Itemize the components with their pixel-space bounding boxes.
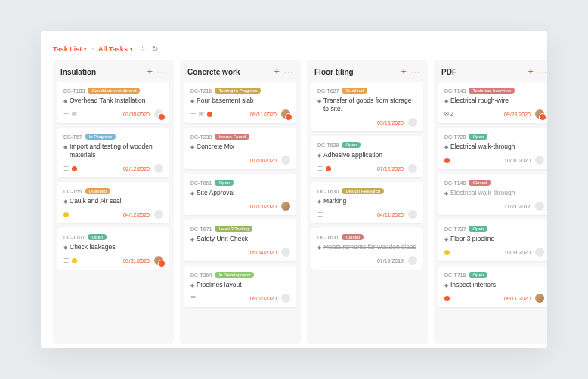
star-icon[interactable]: ☆ <box>139 45 146 53</box>
task-title: ◆ Import and testing of wooden materials <box>63 143 163 159</box>
assignee-avatar[interactable] <box>281 248 290 257</box>
column-header: Concrete work + ··· <box>180 60 301 82</box>
card-footer: 04/12/2020 <box>63 210 163 219</box>
avatar-wrap <box>406 256 417 265</box>
task-id: DC-T107 <box>63 235 85 240</box>
footer-left <box>444 296 450 301</box>
assignee-avatar[interactable] <box>281 156 290 165</box>
due-date: 09/02/2020 <box>250 296 277 301</box>
task-card[interactable]: DC-T107 Open ◆ Check leakages ☰ 03/31/20… <box>57 228 169 270</box>
task-card[interactable]: DC-T264 In Development ◆ Pipelines layou… <box>184 266 296 307</box>
assignee-avatar[interactable] <box>408 210 417 219</box>
column-body: DC-T216 Testing in Progress ◆ Pour basem… <box>180 82 301 344</box>
assignee-avatar[interactable] <box>154 164 163 173</box>
due-date: 03/31/2020 <box>123 258 150 263</box>
due-date: 07/19/2019 <box>377 258 404 263</box>
status-badge: In Progress <box>85 134 116 140</box>
column: Floor tiling + ··· DC-T627 Qualified ◆ T… <box>307 60 428 344</box>
card-header: DC-T216 Testing in Progress <box>190 88 290 94</box>
due-date: 10/09/2020 <box>504 250 531 255</box>
card-header: DC-T630 Design Research <box>317 188 417 194</box>
status-badge: Technical Interview <box>469 88 515 94</box>
avatar-wrap <box>533 156 544 165</box>
card-header: DC-T629 Open <box>317 142 417 148</box>
task-card[interactable]: DC-T216 Testing in Progress ◆ Pour basem… <box>184 82 296 123</box>
task-card[interactable]: DC-T629 Open ◆ Adhesive application ☰ 07… <box>311 136 423 177</box>
assignee-avatar[interactable] <box>535 202 544 211</box>
card-footer: 10/09/2020 <box>444 248 544 257</box>
task-card[interactable]: DC-T727 Open ◆ Floor 3 pipeline 10/09/20… <box>438 220 547 261</box>
column-menu-button[interactable]: ··· <box>411 67 420 76</box>
breadcrumb-list[interactable]: Task List ▾ <box>53 45 87 53</box>
task-card[interactable]: DC-T631 Closed ◆ Measurements for wooden… <box>311 228 423 270</box>
footer-right: 01/13/2020 <box>250 202 290 211</box>
card-header: DC-T239 Issues Found <box>190 134 290 140</box>
diamond-icon: ◆ <box>63 97 67 104</box>
priority-dot <box>207 112 212 117</box>
assignee-avatar[interactable] <box>408 118 417 127</box>
task-title: ◆ Electrical walk-through <box>444 189 544 197</box>
task-id: DC-T103 <box>63 88 85 94</box>
add-card-button[interactable]: + <box>401 66 407 77</box>
task-card[interactable]: DC-T239 Issues Found ◆ Concrete Mix 01/1… <box>184 128 296 169</box>
footer-right: 04/11/2020 <box>377 210 417 219</box>
assignee-avatar[interactable] <box>408 256 417 265</box>
footer-left: ✉ 2 <box>444 111 453 117</box>
card-footer: 11/21/2017 <box>444 202 544 211</box>
assignee-avatar[interactable] <box>535 248 544 257</box>
priority-dot <box>72 166 77 171</box>
task-card[interactable]: DC-T143 Technical Interview ◆ Electrical… <box>438 82 547 123</box>
column-actions: + ··· <box>528 66 547 77</box>
card-header: DC-T671 Level 3 Testing <box>190 226 290 232</box>
priority-dot <box>444 296 450 301</box>
alert-badge <box>539 113 546 121</box>
task-card[interactable]: DC-T630 Design Research ◆ Marking ☰ 04/1… <box>311 182 423 223</box>
assignee-avatar[interactable] <box>535 294 544 303</box>
task-id: DC-T140 <box>444 180 466 186</box>
column-menu-button[interactable]: ··· <box>284 67 293 76</box>
add-card-button[interactable]: + <box>147 66 153 77</box>
avatar-wrap <box>152 109 163 119</box>
add-card-button[interactable]: + <box>274 66 280 77</box>
task-title: ◆ Electrical walk-through <box>444 143 544 151</box>
column-header: PDF + ··· <box>434 60 547 82</box>
task-title: ◆ Electrical rough-wire <box>444 97 544 105</box>
status-badge: Open <box>88 234 107 240</box>
card-header: DC-T661 Open <box>190 180 290 186</box>
list-icon: ☰ <box>190 111 196 118</box>
task-card[interactable]: DC-T720 Open ◆ Electrical walk-through 1… <box>438 128 547 169</box>
column-title: Insulation <box>60 68 96 76</box>
assignee-avatar[interactable] <box>154 210 163 219</box>
task-title: ◆ Inspect interiors <box>444 281 544 289</box>
list-icon: ☰ <box>190 295 196 302</box>
task-card[interactable]: DC-T718 Open ◆ Inspect interiors 09/11/2… <box>438 266 547 307</box>
avatar-wrap <box>406 118 417 127</box>
status-badge: Candidate recruitment <box>88 88 140 94</box>
add-card-button[interactable]: + <box>528 66 534 77</box>
column-menu-button[interactable]: ··· <box>157 67 166 76</box>
diamond-icon: ◆ <box>190 143 194 150</box>
column-title: Concrete work <box>187 68 240 76</box>
assignee-avatar[interactable] <box>281 294 290 303</box>
assignee-avatar[interactable] <box>408 164 417 173</box>
task-card[interactable]: DC-T140 Closed ◆ Electrical walk-through… <box>438 174 547 215</box>
card-header: DC-T57 In Progress <box>63 134 163 140</box>
task-card[interactable]: DC-T661 Open ◆ Site Approval 01/13/2020 <box>184 174 296 215</box>
task-title: ◆ Measurements for wooden slabs <box>317 243 417 251</box>
due-date: 04/12/2020 <box>123 212 150 217</box>
task-card[interactable]: DC-T627 Qualified ◆ Transfer of goods fr… <box>311 82 423 131</box>
assignee-avatar[interactable] <box>535 156 544 165</box>
task-card[interactable]: DC-T103 Candidate recruitment ◆ Overhead… <box>57 82 169 123</box>
assignee-avatar[interactable] <box>281 202 290 211</box>
avatar-wrap <box>152 164 163 173</box>
breadcrumb-filter[interactable]: All Tasks ▾ <box>98 45 133 53</box>
avatar-wrap <box>533 109 544 119</box>
task-card[interactable]: DC-T55 Qualified ◆ Caulk and Air seal 04… <box>57 182 169 223</box>
refresh-icon[interactable]: ↻ <box>152 45 158 53</box>
diamond-icon: ◆ <box>444 190 448 196</box>
column-menu-button[interactable]: ··· <box>538 67 547 76</box>
priority-dot <box>444 250 450 255</box>
task-card[interactable]: DC-T57 In Progress ◆ Import and testing … <box>57 128 169 177</box>
column: Concrete work + ··· DC-T216 Testing in P… <box>180 60 301 344</box>
task-card[interactable]: DC-T671 Level 3 Testing ◆ Safety Unit Ch… <box>184 220 296 261</box>
